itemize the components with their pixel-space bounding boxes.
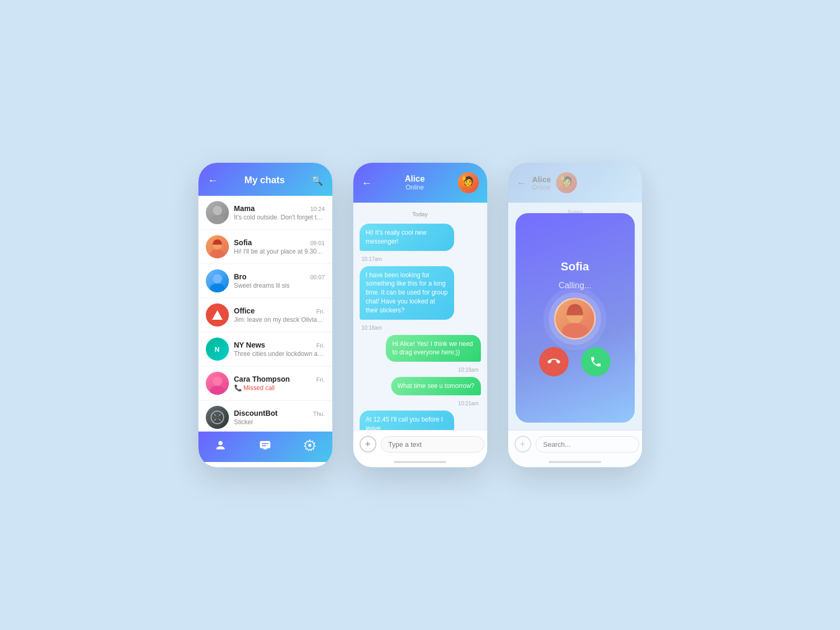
date-divider: Today xyxy=(360,211,481,217)
search-input-3[interactable] xyxy=(536,436,639,453)
chat-name-office: Office xyxy=(234,307,255,315)
calling-messages-area: Today Sofia Calling... xyxy=(508,203,642,430)
chat-name-discount: DiscountBot xyxy=(234,409,278,417)
chat-time-nynews: Fri. xyxy=(317,342,325,349)
avatar-office xyxy=(206,303,229,327)
svg-point-5 xyxy=(210,284,225,292)
chat-item-discount[interactable]: DiscountBot Thu. Sticker xyxy=(198,401,332,432)
phone-calling: ← Alice Online 🙋 Today Sofia Calling... xyxy=(508,163,642,467)
svg-rect-14 xyxy=(260,441,270,448)
contact-avatar: 🙋 xyxy=(458,172,479,193)
bubble-sent-4: What time see u tomorrow? xyxy=(391,377,481,395)
bubble-received-5: At 12.45 I'll call you before I leave xyxy=(360,411,454,430)
message-5: At 12.45 I'll call you before I leave xyxy=(360,411,481,430)
bubble-received-1: Hi! It's really cool new messenger! xyxy=(360,224,454,251)
chat-preview-bro: Sweet dreams lil sis xyxy=(234,282,325,289)
back-icon[interactable]: ← xyxy=(362,177,372,189)
avatar-nynews: N xyxy=(206,338,229,361)
search-icon[interactable]: 🔍 xyxy=(311,175,323,186)
chat-preview-cara: 📞 Missed call xyxy=(234,384,325,392)
nav-indicator xyxy=(239,465,291,467)
phone-conversation: ← Alice Online 🙋 Today Hi! It's really c… xyxy=(353,163,487,467)
input-bar-3: + xyxy=(508,430,642,458)
conversation-header: ← Alice Online 🙋 xyxy=(353,163,487,203)
avatar-cara xyxy=(206,372,229,395)
add-attachment-button-3[interactable]: + xyxy=(514,436,531,453)
caller-avatar xyxy=(554,298,596,340)
avatar-mama xyxy=(206,201,229,224)
nav-settings-icon[interactable] xyxy=(302,438,317,453)
contact-status-3: Online xyxy=(532,184,551,191)
calling-status: Calling... xyxy=(559,281,591,290)
chat-name-bro: Bro xyxy=(234,272,247,281)
svg-point-13 xyxy=(218,441,223,445)
svg-point-3 xyxy=(210,249,225,258)
chat-time-discount: Thu. xyxy=(313,411,324,417)
chat-item-bro[interactable]: Bro 00:07 Sweet dreams lil sis xyxy=(198,264,332,298)
contact-info: Alice Online xyxy=(377,174,453,191)
avatar-sofia xyxy=(206,235,229,258)
bubble-received-2: I have been looking for something like t… xyxy=(360,266,454,320)
contact-avatar-3: 🙋 xyxy=(556,172,577,193)
message-1: Hi! It's really cool new messenger! xyxy=(360,224,481,251)
avatar-bro xyxy=(206,269,229,292)
bubble-sent-3: Hi Alice! Yes! I think we need to drag e… xyxy=(386,335,480,362)
time-3: 10:18am xyxy=(360,367,479,373)
message-3: Hi Alice! Yes! I think we need to drag e… xyxy=(360,335,481,362)
svg-point-21 xyxy=(562,323,587,339)
message-input[interactable] xyxy=(381,436,485,453)
svg-marker-6 xyxy=(212,310,223,320)
avatar-discount xyxy=(206,406,229,429)
input-bar: + xyxy=(353,430,487,458)
chat-item-sofia[interactable]: Sofia 09:01 Hi! I'll be at your place at… xyxy=(198,230,332,264)
nav-chats-icon[interactable] xyxy=(258,438,272,453)
back-icon[interactable]: ← xyxy=(208,174,218,186)
phones-container: ← My chats 🔍 Mama 10:24 It's cold outsid… xyxy=(177,131,663,499)
svg-point-7 xyxy=(213,376,222,386)
chat-info-discount: DiscountBot Thu. Sticker xyxy=(234,409,325,426)
chat-preview-nynews: Three cities under lockdown as coronavir… xyxy=(234,350,325,358)
chat-item-cara[interactable]: Cara Thompson Fri. 📞 Missed call xyxy=(198,366,332,401)
chat-name-nynews: NY News xyxy=(234,341,266,349)
svg-point-1 xyxy=(210,215,225,224)
time-1: 10:17am xyxy=(362,256,481,262)
accept-call-button[interactable] xyxy=(581,347,611,376)
chat-time-mama: 10:24 xyxy=(310,206,325,212)
call-buttons xyxy=(539,347,611,376)
calling-header: ← Alice Online 🙋 xyxy=(508,163,642,203)
svg-point-8 xyxy=(210,386,225,395)
chat-list: Mama 10:24 It's cold outside. Don't forg… xyxy=(198,196,332,432)
svg-point-17 xyxy=(308,444,311,447)
contact-status: Online xyxy=(377,184,453,191)
time-4: 10:21am xyxy=(360,401,479,406)
messages-area: Today Hi! It's really cool new messenger… xyxy=(353,203,487,430)
chat-info-sofia: Sofia 09:01 Hi! I'll be at your place at… xyxy=(234,238,325,255)
chat-info-office: Office Fri. Jim: leave on my desck Olivi… xyxy=(234,307,325,323)
chat-name-cara: Cara Thompson xyxy=(234,375,290,383)
chat-info-bro: Bro 00:07 Sweet dreams lil sis xyxy=(234,272,325,289)
nav-indicator-3 xyxy=(549,461,601,463)
chat-info-nynews: NY News Fri. Three cities under lockdown… xyxy=(234,341,325,358)
chat-item-mama[interactable]: Mama 10:24 It's cold outside. Don't forg… xyxy=(198,196,332,230)
nav-contacts-icon[interactable] xyxy=(213,438,228,453)
chat-item-office[interactable]: Office Fri. Jim: leave on my desck Olivi… xyxy=(198,298,332,332)
chat-info-cara: Cara Thompson Fri. 📞 Missed call xyxy=(234,375,325,392)
nav-indicator-2 xyxy=(394,461,446,463)
decline-call-button[interactable] xyxy=(539,347,569,376)
add-attachment-button[interactable]: + xyxy=(360,436,376,453)
back-icon-3[interactable]: ← xyxy=(517,177,527,189)
caller-name: Sofia xyxy=(561,260,589,274)
chat-preview-sofia: Hi! I'll be at your place at 9.30 See yo… xyxy=(234,248,325,255)
chat-time-cara: Fri. xyxy=(317,376,325,383)
svg-point-0 xyxy=(213,206,222,215)
chat-time-office: Fri. xyxy=(317,308,325,314)
time-2: 10:18am xyxy=(362,325,481,331)
chat-list-header: ← My chats 🔍 xyxy=(198,163,332,196)
chat-preview-office: Jim: leave on my desck Olivia: Ok ;) xyxy=(234,316,325,323)
contact-info-3: Alice Online xyxy=(532,175,551,191)
chat-name-mama: Mama xyxy=(234,204,255,213)
chat-item-nynews[interactable]: N NY News Fri. Three cities under lockdo… xyxy=(198,332,332,366)
chat-time-sofia: 09:01 xyxy=(310,240,325,246)
contact-name: Alice xyxy=(377,174,453,184)
svg-point-4 xyxy=(213,274,222,284)
